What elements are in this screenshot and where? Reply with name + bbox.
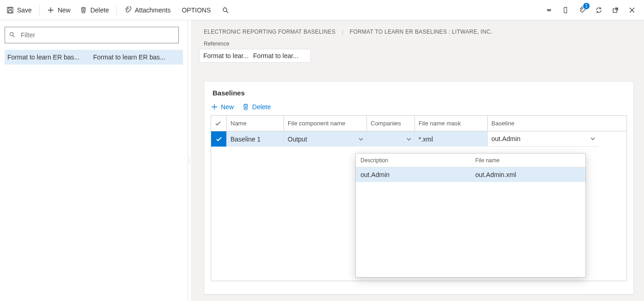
cell-baseline[interactable]: out.Admin xyxy=(488,131,598,147)
delete-label: Delete xyxy=(90,6,109,14)
cell-companies[interactable] xyxy=(367,131,415,147)
grid-new-button[interactable]: New xyxy=(211,103,234,111)
flyout-header: Description File name xyxy=(356,153,585,167)
card-title: Baselines xyxy=(204,82,633,101)
svg-point-3 xyxy=(223,8,227,12)
save-label: Save xyxy=(17,6,32,14)
flyout-header-description[interactable]: Description xyxy=(356,153,471,167)
filter-icon xyxy=(9,31,16,39)
cell-file-component[interactable]: Output xyxy=(284,131,367,147)
breadcrumb-leaf: FORMAT TO LEARN ER BASELINES : LITWARE, … xyxy=(350,29,492,35)
svg-rect-0 xyxy=(7,7,13,13)
separator xyxy=(116,5,117,15)
grid-header-file-component[interactable]: File component name xyxy=(284,116,367,131)
flyout-cell-filename: out.Admin.xml xyxy=(471,167,585,182)
grid-new-label: New xyxy=(221,103,234,111)
reference-field[interactable]: Format to lear... Format to lear... xyxy=(199,49,311,63)
breadcrumb: ELECTRONIC REPORTING FORMAT BASELINES | … xyxy=(191,20,644,35)
svg-point-5 xyxy=(10,33,13,36)
filter-input-wrapper[interactable] xyxy=(5,27,179,43)
new-button[interactable]: New xyxy=(42,3,75,18)
trash-icon xyxy=(80,6,87,14)
flyout-row[interactable]: out.Admin out.Admin.xml xyxy=(356,167,585,182)
close-button[interactable] xyxy=(624,2,640,18)
grid-header-name[interactable]: Name xyxy=(227,116,284,131)
grid-header-select[interactable] xyxy=(211,116,227,131)
nav-item-col1: Format to learn ER bas... xyxy=(7,53,86,61)
plus-icon xyxy=(211,103,218,111)
breadcrumb-root[interactable]: ELECTRONIC REPORTING FORMAT BASELINES xyxy=(204,29,336,35)
table-row[interactable]: Baseline 1 Output *.xml xyxy=(211,131,626,147)
popout-button[interactable] xyxy=(607,2,624,18)
diamond-icon xyxy=(545,6,553,14)
card-actions: New Delete xyxy=(204,101,633,115)
detail-pane: ELECTRONIC REPORTING FORMAT BASELINES | … xyxy=(191,20,644,301)
popout-icon xyxy=(612,6,619,14)
svg-rect-2 xyxy=(9,11,12,13)
svg-rect-1 xyxy=(9,7,12,9)
find-button[interactable] xyxy=(217,3,234,18)
office-icon xyxy=(562,6,569,14)
filter-input[interactable] xyxy=(20,31,175,39)
main-split: Format to learn ER bas... Format to lear… xyxy=(0,20,644,301)
office-button[interactable] xyxy=(557,2,574,18)
chevron-down-icon xyxy=(406,136,412,142)
options-label: OPTIONS xyxy=(182,6,211,14)
attachments-button[interactable]: Attachments xyxy=(119,3,175,18)
options-button[interactable]: OPTIONS xyxy=(175,3,217,18)
reference-label: Reference xyxy=(204,41,644,47)
cell-mask[interactable]: *.xml xyxy=(415,131,488,147)
refresh-icon xyxy=(595,6,603,14)
save-icon xyxy=(6,6,14,14)
reference-value-2: Format to lear... xyxy=(253,52,298,59)
close-icon xyxy=(629,7,635,13)
new-label: New xyxy=(58,6,71,14)
grid-header-companies[interactable]: Companies xyxy=(367,116,415,131)
plus-icon xyxy=(47,6,54,14)
navigation-list: Format to learn ER bas... Format to lear… xyxy=(5,50,183,65)
reference-block: Reference Format to lear... Format to le… xyxy=(191,35,644,63)
row-select-cell[interactable] xyxy=(211,131,227,147)
trash-icon xyxy=(242,103,249,111)
grid-header-baseline[interactable]: Baseline xyxy=(488,116,598,131)
grid-delete-label: Delete xyxy=(252,103,271,111)
cell-name[interactable]: Baseline 1 xyxy=(227,131,284,147)
separator xyxy=(39,5,40,15)
paperclip-icon xyxy=(124,6,131,14)
baseline-lookup-flyout: Description File name out.Admin out.Admi… xyxy=(355,153,586,277)
search-icon xyxy=(222,6,229,14)
flyout-cell-description: out.Admin xyxy=(356,167,471,182)
grid-header-row: Name File component name Companies File … xyxy=(211,116,626,131)
refresh-button[interactable] xyxy=(591,2,607,18)
nav-item-col2: Format to learn ER bas... xyxy=(93,53,180,61)
chevron-down-icon xyxy=(358,136,364,142)
doc-attachments-button[interactable]: 1 xyxy=(574,2,591,18)
chevron-down-icon xyxy=(590,136,596,142)
grid-delete-button[interactable]: Delete xyxy=(242,103,271,111)
attachments-label: Attachments xyxy=(135,6,171,14)
flyout-header-filename[interactable]: File name xyxy=(471,153,585,167)
save-button[interactable]: Save xyxy=(2,3,36,18)
grid-header-mask[interactable]: File name mask xyxy=(415,116,488,131)
trace-button[interactable] xyxy=(541,2,557,18)
reference-value-1: Format to lear... xyxy=(203,52,248,59)
delete-button[interactable]: Delete xyxy=(75,3,113,18)
notification-badge: 1 xyxy=(583,3,590,9)
navigation-list-panel: Format to learn ER bas... Format to lear… xyxy=(0,20,188,301)
breadcrumb-separator: | xyxy=(342,29,343,35)
list-item[interactable]: Format to learn ER bas... Format to lear… xyxy=(5,50,183,65)
action-pane: Save New Delete Attachments OPTIONS xyxy=(0,0,644,20)
